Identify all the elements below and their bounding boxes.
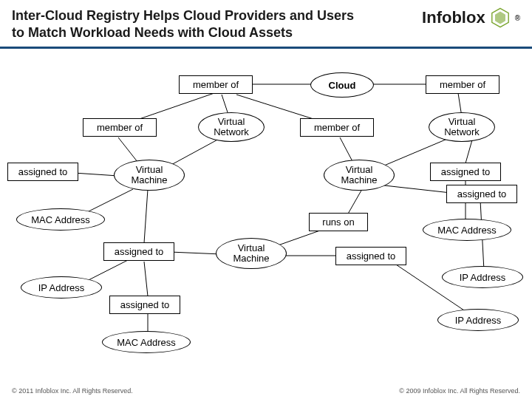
label-assigned-to: assigned to [430,163,501,181]
svg-line-17 [384,185,451,193]
label-member-of: member of [179,75,253,94]
svg-line-13 [74,173,118,176]
footer-copyright-left: © 2011 Infoblox Inc. All Rights Reserved… [12,387,133,395]
label-assigned-to: assigned to [446,185,517,203]
label-assigned-to: assigned to [335,247,406,265]
node-virtual-machine: Virtual Machine [324,160,395,191]
registered-mark: ® [515,14,520,22]
logo-icon [490,7,511,28]
svg-line-11 [384,137,451,166]
svg-line-16 [347,189,362,215]
node-mac-address: MAC Address [423,219,511,241]
logo-text: Infoblox [422,8,485,27]
node-cloud: Cloud [310,72,374,98]
label-assigned-to: assigned to [109,296,180,314]
node-ip-address: IP Address [437,309,519,331]
diagram-canvas: member of Cloud member of member of Virt… [0,49,532,374]
svg-line-15 [144,189,148,243]
label-member-of: member of [300,118,374,137]
node-virtual-network: Virtual Network [429,112,495,142]
svg-line-9 [170,137,222,166]
svg-line-24 [144,262,148,296]
node-virtual-machine: Virtual Machine [216,238,287,269]
svg-marker-1 [495,12,505,24]
label-assigned-to: assigned to [103,242,174,261]
footer-copyright-right: © 2009 Infoblox Inc. All Rights Reserved… [399,387,520,395]
node-virtual-machine: Virtual Machine [114,160,185,191]
label-member-of: member of [83,118,157,137]
slide-header: Inter-Cloud Registry Helps Cloud Provide… [0,0,532,49]
node-mac-address: MAC Address [16,208,105,231]
node-mac-address: MAC Address [102,331,191,353]
svg-line-21 [170,252,222,254]
slide-title: Inter-Cloud Registry Helps Cloud Provide… [12,7,366,41]
node-ip-address: IP Address [442,266,523,288]
label-runs-on: runs on [309,213,368,231]
node-ip-address: IP Address [21,276,102,299]
svg-line-4 [133,93,214,121]
label-member-of: member of [426,75,499,94]
node-virtual-network: Virtual Network [198,112,265,142]
brand-logo: Infoblox ® [422,7,520,28]
label-assigned-to: assigned to [7,163,78,181]
